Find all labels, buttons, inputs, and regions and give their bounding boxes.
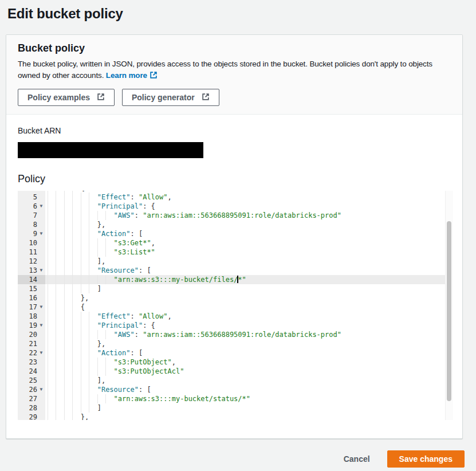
cancel-button[interactable]: Cancel	[344, 454, 370, 464]
editor-code-line[interactable]: ],	[45, 376, 453, 385]
editor-line-29[interactable]: 29▼},	[18, 413, 453, 420]
editor-code-line[interactable]: "Effect": "Allow",	[45, 312, 453, 321]
editor-line-21[interactable]: 21▼},	[18, 339, 453, 348]
editor-line-22[interactable]: 22▼"Action": [	[18, 348, 453, 358]
fold-arrow-icon[interactable]: ▼	[38, 303, 44, 312]
editor-line-27[interactable]: 27▼"arn:aws:s3:::my-bucket/status/*"	[18, 394, 453, 403]
editor-code-line[interactable]: "s3:List*"	[45, 248, 453, 257]
learn-more-link[interactable]: Learn more	[106, 71, 158, 80]
editor-line-9[interactable]: 9▼"Action": [	[18, 229, 453, 238]
fold-arrow-icon[interactable]: ▼	[38, 321, 44, 330]
editor-line-5[interactable]: 5▼"Effect": "Allow",	[18, 193, 453, 202]
editor-line-28[interactable]: 28▼]	[18, 403, 453, 413]
editor-line-15[interactable]: 15▼]	[18, 284, 453, 293]
editor-gutter-cell[interactable]: 9▼	[18, 229, 45, 238]
line-number: 22	[29, 348, 37, 358]
editor-code-line[interactable]: },	[45, 293, 453, 303]
editor-gutter-cell[interactable]: 13▼	[18, 266, 45, 275]
card-title: Bucket policy	[18, 42, 451, 54]
editor-code-line[interactable]: "s3:PutObject",	[45, 358, 453, 367]
line-number: 5	[33, 193, 37, 202]
line-number: 7	[33, 211, 37, 220]
editor-code-line[interactable]: "arn:aws:s3:::my-bucket/status/*"	[45, 394, 453, 403]
save-changes-button[interactable]: Save changes	[387, 450, 465, 468]
editor-code-line[interactable]: "Action": [	[45, 348, 453, 358]
editor-gutter-cell: 21▼	[18, 339, 45, 348]
editor-code-line[interactable]: ],	[45, 257, 453, 266]
fold-arrow-icon[interactable]: ▼	[38, 266, 44, 275]
editor-line-16[interactable]: 16▼},	[18, 293, 453, 303]
fold-arrow-icon[interactable]: ▼	[38, 202, 44, 211]
editor-gutter-cell[interactable]: 19▼	[18, 321, 45, 330]
editor-code-line[interactable]: "Effect": "Allow",	[45, 193, 453, 202]
editor-code-line[interactable]: "AWS": "arn:aws:iam::563668895091:role/d…	[45, 330, 453, 339]
editor-code-line[interactable]: },	[45, 220, 453, 229]
editor-line-13[interactable]: 13▼"Resource": [	[18, 266, 453, 275]
line-number: 20	[29, 330, 37, 339]
bucket-arn-label: Bucket ARN	[18, 126, 451, 135]
editor-line-10[interactable]: 10▼"s3:Get*",	[18, 238, 453, 248]
editor-line-17[interactable]: 17▼{	[18, 303, 453, 312]
editor-line-12[interactable]: 12▼],	[18, 257, 453, 266]
editor-line-14[interactable]: 14▼"arn:aws:s3:::my-bucket/files/*"	[18, 275, 453, 284]
line-number: 27	[29, 394, 37, 403]
editor-gutter-cell: 5▼	[18, 193, 45, 202]
editor-line-8[interactable]: 8▼},	[18, 220, 453, 229]
line-number: 18	[29, 312, 37, 321]
editor-code-line[interactable]: "Principal": {	[45, 321, 453, 330]
editor-code-line[interactable]: ]	[45, 403, 453, 413]
editor-code-line[interactable]: "s3:Get*",	[45, 238, 453, 248]
learn-more-label: Learn more	[106, 71, 147, 80]
editor-code-line[interactable]: "Resource": [	[45, 266, 453, 275]
editor-line-7[interactable]: 7▼"AWS": "arn:aws:iam::563668895091:role…	[18, 211, 453, 220]
editor-gutter-cell[interactable]: 17▼	[18, 303, 45, 312]
editor-code-line[interactable]: },	[45, 339, 453, 348]
editor-gutter-cell: 27▼	[18, 394, 45, 403]
editor-code-line[interactable]: "AWS": "arn:aws:iam::563668895091:role/d…	[45, 211, 453, 220]
editor-gutter-cell[interactable]: 22▼	[18, 348, 45, 358]
editor-code-line[interactable]: "Resource": [	[45, 385, 453, 394]
editor-scrollbar-thumb[interactable]	[447, 221, 451, 401]
policy-generator-button[interactable]: Policy generator	[122, 89, 219, 106]
editor-line-19[interactable]: 19▼"Principal": {	[18, 321, 453, 330]
editor-code-line[interactable]: {	[45, 303, 453, 312]
fold-arrow-icon[interactable]: ▼	[38, 229, 44, 238]
bucket-arn-redacted-value	[18, 142, 203, 158]
editor-scrollbar-track[interactable]	[445, 191, 453, 420]
editor-line-24[interactable]: 24▼"s3:PutObjectAcl"	[18, 367, 453, 376]
line-number: 10	[29, 238, 37, 248]
editor-line-6[interactable]: 6▼"Principal": {	[18, 202, 453, 211]
fold-arrow-icon[interactable]: ▼	[38, 348, 44, 358]
fold-arrow-icon[interactable]: ▼	[38, 385, 44, 394]
external-link-icon	[202, 93, 210, 103]
editor-line-20[interactable]: 20▼"AWS": "arn:aws:iam::563668895091:rol…	[18, 330, 453, 339]
editor-gutter-cell: 20▼	[18, 330, 45, 339]
editor-code-line[interactable]: "arn:aws:s3:::my-bucket/files/*"	[45, 275, 453, 284]
line-number: 16	[29, 293, 37, 303]
editor-gutter-cell: 18▼	[18, 312, 45, 321]
editor-gutter-cell: 8▼	[18, 220, 45, 229]
editor-code-line[interactable]: "Action": [	[45, 229, 453, 238]
line-number: 15	[29, 284, 37, 293]
editor-code-line[interactable]: "s3:PutObjectAcl"	[45, 367, 453, 376]
editor-gutter-cell[interactable]: 26▼	[18, 385, 45, 394]
editor-line-25[interactable]: 25▼],	[18, 376, 453, 385]
line-number: 28	[29, 403, 37, 413]
card-header: Bucket policy The bucket policy, written…	[6, 35, 462, 115]
line-number: 9	[33, 229, 37, 238]
line-number: 25	[29, 376, 37, 385]
card-body: Bucket ARN Policy 4▼{5▼"Effect": "Allow"…	[6, 115, 462, 438]
editor-code-line[interactable]: "Principal": {	[45, 202, 453, 211]
editor-line-18[interactable]: 18▼"Effect": "Allow",	[18, 312, 453, 321]
policy-json-editor[interactable]: 4▼{5▼"Effect": "Allow",6▼"Principal": {7…	[18, 191, 453, 420]
policy-examples-label: Policy examples	[27, 93, 90, 102]
line-number: 26	[29, 385, 37, 394]
policy-examples-button[interactable]: Policy examples	[18, 89, 115, 106]
editor-gutter-cell[interactable]: 6▼	[18, 202, 45, 211]
policy-section-label: Policy	[18, 173, 451, 185]
editor-code-line[interactable]: ]	[45, 284, 453, 293]
editor-line-26[interactable]: 26▼"Resource": [	[18, 385, 453, 394]
editor-line-11[interactable]: 11▼"s3:List*"	[18, 248, 453, 257]
editor-line-23[interactable]: 23▼"s3:PutObject",	[18, 358, 453, 367]
editor-code-line[interactable]: },	[45, 413, 453, 420]
